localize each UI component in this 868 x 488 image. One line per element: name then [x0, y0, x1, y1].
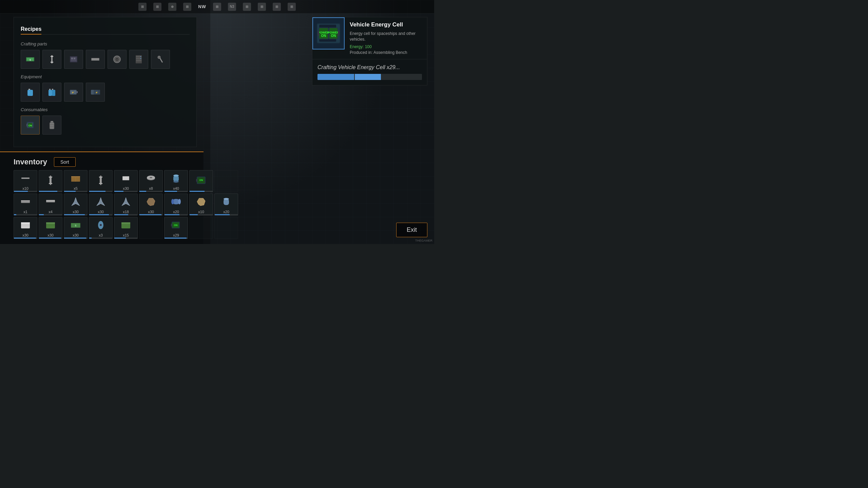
svg-text:ON: ON: [28, 124, 32, 127]
inv-slot-17-icon: [196, 194, 207, 209]
svg-rect-76: [99, 183, 102, 184]
recipe-item-battery1[interactable]: ⚡: [64, 83, 83, 102]
item-detail-info: Vehicle Energy Cell Energy cell for spac…: [345, 17, 427, 59]
inv-slot-3-count: x5: [74, 187, 78, 190]
inv-slot-5[interactable]: x30: [114, 170, 138, 192]
recipe-item-flat-panel[interactable]: [86, 50, 105, 69]
svg-rect-24: [28, 89, 30, 90]
compass: NW: [198, 4, 206, 9]
inv-slot-6[interactable]: x8: [139, 170, 163, 192]
inv-slot-10[interactable]: x1: [14, 194, 37, 216]
inv-slot-23-icon: [120, 217, 131, 233]
hud-icon-n3[interactable]: N3: [228, 3, 236, 11]
hud-icon-7[interactable]: ⊞: [258, 3, 266, 11]
inv-slot-17-count: x10: [198, 210, 204, 214]
svg-rect-91: [21, 200, 30, 201]
recipe-item-bottle2[interactable]: [42, 83, 61, 102]
recipe-item-server[interactable]: [129, 50, 148, 69]
hud-icon-1[interactable]: ⊞: [138, 3, 147, 11]
inv-slot-8[interactable]: ON: [189, 170, 213, 192]
inv-slot-15[interactable]: x30: [139, 194, 163, 216]
svg-rect-5: [51, 62, 53, 63]
inv-slot-27[interactable]: [214, 217, 238, 239]
item-description: Energy cell for spaceships and other veh…: [350, 31, 422, 42]
svg-rect-69: [50, 178, 52, 183]
inv-slot-9[interactable]: [214, 170, 238, 192]
inv-slot-4-bar: [89, 191, 112, 192]
inv-slot-19[interactable]: x30: [14, 217, 37, 239]
top-hud: ⊞ ⊞ ⊕ ⊞ NW ⊞ N3 ⊞ ⊞ ⊞ ⊞: [0, 0, 434, 14]
svg-point-116: [100, 224, 102, 226]
inv-slot-24[interactable]: [139, 217, 163, 239]
inv-slot-7-count: x40: [173, 187, 179, 190]
inv-slot-26[interactable]: [189, 217, 213, 239]
recipe-item-metal-rod[interactable]: [42, 50, 61, 69]
hud-icon-8[interactable]: ⊞: [273, 3, 281, 11]
svg-text:$: $: [75, 224, 77, 227]
sort-button[interactable]: Sort: [54, 157, 76, 167]
recipe-item-energy-cell[interactable]: ON: [21, 116, 40, 135]
svg-rect-45: [26, 124, 27, 126]
crafting-parts-label: Crafting parts: [21, 41, 190, 46]
tab-recipes[interactable]: Recipes: [21, 24, 41, 34]
recipe-item-canister[interactable]: [42, 116, 61, 135]
inv-slot-7-icon: [171, 170, 181, 186]
item-detail-header: POWER ON POWER ON Vehicle Energy Cell En…: [312, 17, 427, 59]
recipe-item-tool[interactable]: [151, 50, 170, 69]
inv-slot-11[interactable]: x4: [39, 194, 62, 216]
crafting-progress-bar: [317, 74, 422, 80]
svg-point-82: [150, 177, 152, 178]
hud-icon-4[interactable]: ⊞: [183, 3, 191, 11]
inv-slot-23-bar: [114, 238, 137, 239]
recipe-item-battery2[interactable]: ⚡: [86, 83, 105, 102]
svg-point-21: [140, 58, 141, 59]
svg-text:ON: ON: [174, 224, 178, 226]
inv-slot-1-bar: [14, 191, 37, 192]
svg-rect-50: [50, 127, 54, 128]
inv-slot-14-bar: [114, 214, 137, 215]
inv-slot-19-bar: [14, 238, 37, 239]
inv-slot-23[interactable]: x15: [114, 217, 138, 239]
inv-slot-4[interactable]: [89, 170, 113, 192]
inv-slot-22[interactable]: x3: [89, 217, 113, 239]
svg-text:⚡: ⚡: [95, 91, 98, 94]
svg-rect-27: [49, 89, 51, 90]
recipe-item-currency[interactable]: $: [21, 50, 40, 69]
inv-slot-16[interactable]: x20: [164, 194, 188, 216]
recipe-item-gear[interactable]: [108, 50, 127, 69]
consumables-row: ON: [21, 116, 190, 135]
svg-text:$: $: [30, 59, 31, 61]
inv-slot-3[interactable]: x5: [64, 170, 88, 192]
inv-slot-21[interactable]: $ x30: [64, 217, 88, 239]
recipe-item-circuit[interactable]: [64, 50, 83, 69]
hud-icon-3[interactable]: ⊕: [168, 3, 176, 11]
inv-slot-25[interactable]: ON x29: [164, 217, 188, 239]
inv-slot-6-icon: [146, 170, 156, 186]
inv-slot-13[interactable]: x30: [89, 194, 113, 216]
exit-button[interactable]: Exit: [396, 223, 427, 237]
inv-slot-2[interactable]: [39, 170, 62, 192]
inv-slot-1-icon: [20, 170, 31, 186]
inv-slot-10-count: x1: [23, 210, 27, 214]
svg-rect-93: [46, 200, 55, 201]
inv-slot-14[interactable]: x18: [114, 194, 138, 216]
inv-slot-3-icon: [70, 170, 81, 186]
inv-slot-12[interactable]: x30: [64, 194, 88, 216]
inv-slot-20-count: x30: [47, 233, 54, 237]
recipe-item-bottle1[interactable]: [21, 83, 40, 102]
left-panel: Recipes Crafting parts $: [14, 17, 197, 147]
svg-point-23: [158, 56, 160, 59]
inv-slot-7[interactable]: x40: [164, 170, 188, 192]
inv-slot-20[interactable]: x30: [39, 217, 62, 239]
inv-slot-19-icon: [20, 217, 31, 233]
inv-slot-17[interactable]: x10: [189, 194, 213, 216]
hud-icon-6[interactable]: ⊞: [243, 3, 251, 11]
inv-slot-18[interactable]: x20: [214, 194, 238, 216]
hud-icon-9[interactable]: ⊞: [288, 3, 296, 11]
hud-icon-5[interactable]: ⊞: [213, 3, 221, 11]
inv-slot-6-count: x8: [149, 187, 153, 190]
inv-slot-18-count: x20: [223, 210, 229, 214]
hud-icon-2[interactable]: ⊞: [153, 3, 161, 11]
inv-slot-11-count: x4: [49, 210, 53, 214]
inv-slot-1[interactable]: x10: [14, 170, 37, 192]
